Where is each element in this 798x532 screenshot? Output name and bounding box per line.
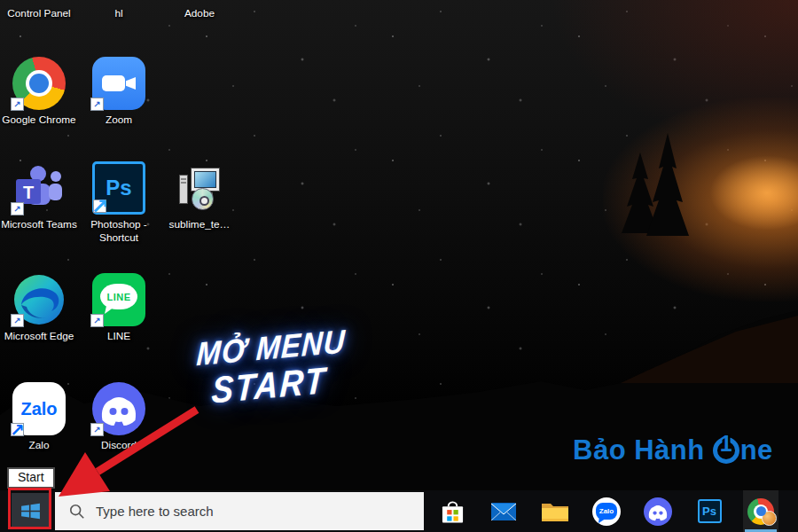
desktop-icon-photoshop[interactable]: Ps ↗ Photoshop - Shortcut: [80, 161, 158, 244]
desktop-icon-label: Zalo: [0, 439, 78, 452]
svg-text:T: T: [23, 183, 34, 202]
desktop-icon-label: Microsoft Edge: [0, 330, 78, 343]
desktop-icon-sublime-installer[interactable]: sublime_te…: [157, 161, 242, 231]
shortcut-arrow-icon: ↗: [90, 423, 104, 436]
desktop-icon-label: LINE: [80, 330, 158, 343]
desktop-icon-label: Discord: [80, 439, 158, 452]
microsoft-store-icon: [441, 498, 465, 525]
start-tooltip: Start: [7, 467, 55, 489]
desktop-icon-label: Adobe: [160, 7, 239, 20]
taskbar-microsoft-store-button[interactable]: [434, 490, 470, 532]
desktop-icon-google-chrome[interactable]: ↗ Google Chrome: [0, 57, 78, 127]
taskbar-discord-button[interactable]: [640, 490, 676, 532]
file-explorer-icon: [541, 500, 569, 523]
desktop-icon-zoom[interactable]: ↗ Zoom: [80, 57, 158, 127]
photoshop-icon: Ps: [698, 499, 722, 523]
discord-icon: ↗: [92, 382, 145, 435]
shortcut-arrow-icon: ↗: [93, 200, 106, 213]
desktop-icon-adobe[interactable]: Adobe: [160, 4, 239, 20]
taskbar-mail-button[interactable]: [486, 490, 521, 532]
start-button[interactable]: [12, 493, 49, 529]
desktop-icon-label: hl: [80, 7, 158, 20]
zoom-icon: ↗: [92, 57, 145, 110]
desktop-icon-line[interactable]: LINE ↗ LINE: [80, 273, 158, 343]
power-button-icon: 1: [713, 437, 739, 464]
taskbar-chrome-button[interactable]: [743, 490, 778, 532]
desktop-icon-label: Google Chrome: [0, 113, 78, 127]
google-chrome-icon: ↗: [12, 57, 66, 110]
watermark-bao-hanh-one: Bảo Hành 1 ne: [573, 434, 773, 466]
shortcut-arrow-icon: ↗: [11, 423, 24, 436]
taskbar: Zalo Ps: [0, 490, 798, 532]
zalo-icon: Zalo: [592, 497, 621, 526]
chrome-profile-badge: [762, 511, 777, 526]
search-icon: [69, 504, 85, 520]
desktop-icon-zalo[interactable]: Zalo ↗ Zalo: [0, 382, 78, 452]
desktop-icon-label: Microsoft Teams: [0, 218, 78, 231]
desktop-icon-label: Photoshop - Shortcut: [80, 218, 158, 244]
shortcut-arrow-icon: ↗: [11, 202, 24, 215]
shortcut-arrow-icon: ↗: [90, 98, 104, 111]
microsoft-edge-icon: ↗: [12, 273, 66, 326]
search-input[interactable]: [96, 504, 388, 519]
line-icon: LINE ↗: [92, 273, 145, 326]
microsoft-teams-icon: T ↗: [12, 161, 66, 215]
taskbar-file-explorer-button[interactable]: [537, 490, 573, 532]
shortcut-arrow-icon: ↗: [90, 314, 104, 327]
discord-icon: [644, 497, 672, 526]
windows-desktop: Control Panel hl Adobe ↗ Google Chrome ↗…: [0, 0, 798, 532]
desktop-icon-microsoft-edge[interactable]: ↗ Microsoft Edge: [0, 273, 78, 343]
desktop-icon-control-panel[interactable]: Control Panel: [0, 4, 78, 20]
desktop-icon-hl[interactable]: hl: [80, 4, 158, 20]
desktop-icon-discord[interactable]: ↗ Discord: [80, 382, 158, 452]
desktop-icon-label: Control Panel: [0, 7, 78, 20]
windows-logo-icon: [20, 500, 42, 522]
desktop-icon-label: sublime_te…: [157, 218, 242, 231]
taskbar-photoshop-button[interactable]: Ps: [692, 490, 727, 532]
desktop-icon-label: Zoom: [80, 113, 158, 127]
zalo-icon: Zalo ↗: [12, 382, 66, 435]
chrome-icon: [747, 498, 774, 525]
mail-icon: [490, 501, 517, 522]
shortcut-arrow-icon: ↗: [11, 98, 24, 111]
desktop-icon-microsoft-teams[interactable]: T ↗ Microsoft Teams: [0, 161, 78, 231]
taskbar-search: [55, 492, 424, 530]
installer-icon: [173, 161, 226, 215]
taskbar-zalo-button[interactable]: Zalo: [589, 490, 624, 532]
photoshop-icon: Ps ↗: [92, 161, 145, 215]
shortcut-arrow-icon: ↗: [11, 314, 24, 327]
taskbar-tray: Zalo Ps: [434, 490, 778, 532]
